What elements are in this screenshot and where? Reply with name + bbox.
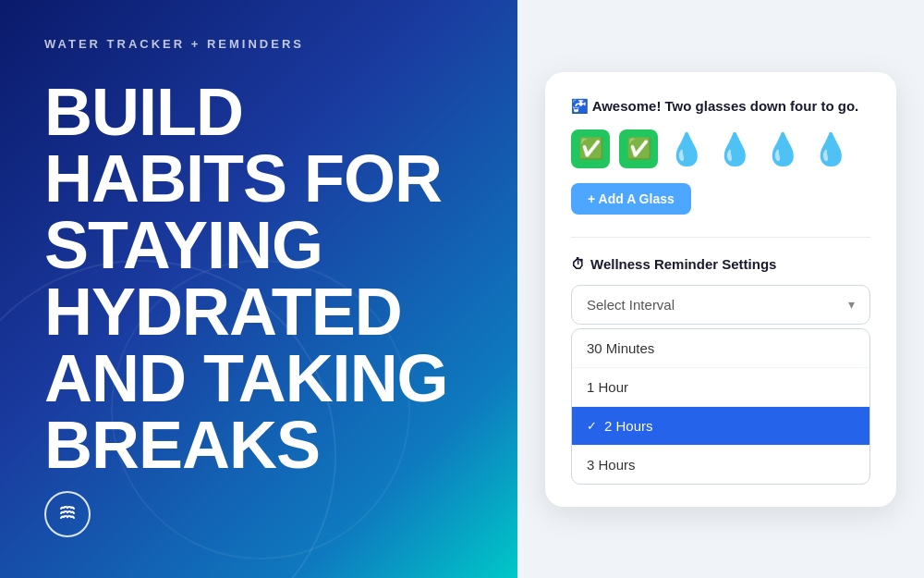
water-icons-row: ✅ ✅ 💧 💧 💧 💧 — [571, 129, 870, 168]
option-2-hours[interactable]: ✓ 2 Hours — [572, 407, 869, 446]
app-subtitle: WATER TRACKER + REMINDERS — [44, 37, 473, 51]
timer-icon: ⏱ — [571, 256, 585, 272]
add-glass-button[interactable]: + Add A Glass — [571, 183, 691, 215]
drop-icon-4: 💧 — [811, 130, 850, 167]
wellness-title: ⏱ Wellness Reminder Settings — [571, 256, 870, 272]
app-card: 🚰 Awesome! Two glasses down four to go. … — [545, 72, 896, 507]
tracker-message: 🚰 Awesome! Two glasses down four to go. — [571, 98, 870, 115]
drop-icon-3: 💧 — [763, 130, 802, 167]
faucet-emoji: 🚰 — [571, 98, 589, 114]
main-heading: BUILD HABITS FOR STAYING HYDRATED AND TA… — [44, 66, 473, 491]
option-label: 1 Hour — [587, 379, 628, 395]
option-label: 30 Minutes — [587, 340, 654, 356]
option-30-minutes[interactable]: 30 Minutes — [572, 329, 869, 368]
check-icon-1: ✅ — [571, 129, 610, 168]
drop-icon-2: 💧 — [715, 130, 754, 167]
option-label: 3 Hours — [587, 457, 636, 473]
chevron-down-icon: ▾ — [848, 297, 855, 312]
option-label: 2 Hours — [604, 418, 653, 434]
select-trigger[interactable]: Select Interval ▾ — [571, 285, 870, 325]
check-icon-2: ✅ — [619, 129, 658, 168]
selected-checkmark: ✓ — [587, 419, 597, 433]
logo-icon — [44, 491, 91, 537]
interval-select-container: Select Interval ▾ 30 Minutes 1 Hour ✓ 2 … — [571, 285, 870, 485]
select-placeholder: Select Interval — [587, 297, 675, 313]
option-3-hours[interactable]: 3 Hours — [572, 446, 869, 484]
interval-dropdown: 30 Minutes 1 Hour ✓ 2 Hours 3 Hours — [571, 328, 870, 485]
option-1-hour[interactable]: 1 Hour — [572, 368, 869, 407]
section-divider — [571, 237, 870, 238]
left-panel: WATER TRACKER + REMINDERS BUILD HABITS F… — [0, 0, 517, 578]
right-panel: 🚰 Awesome! Two glasses down four to go. … — [517, 0, 924, 578]
drop-icon-1: 💧 — [667, 130, 706, 167]
